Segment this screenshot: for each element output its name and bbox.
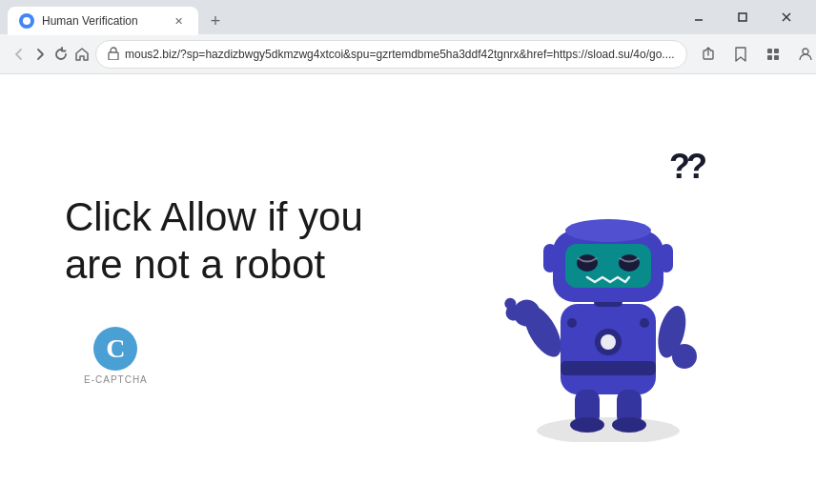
svg-point-13: [537, 417, 680, 442]
svg-rect-1: [739, 13, 746, 21]
svg-point-24: [567, 318, 577, 328]
tab-title: Human Verification: [42, 14, 162, 28]
home-button[interactable]: [74, 39, 90, 70]
svg-point-9: [803, 49, 808, 54]
svg-point-19: [672, 344, 697, 369]
reload-button[interactable]: [53, 39, 69, 70]
svg-point-37: [570, 417, 604, 433]
captcha-brand: E-CAPTCHA: [84, 374, 148, 385]
captcha-logo: E-CAPTCHA: [84, 327, 148, 385]
toolbar-actions: [693, 39, 816, 70]
svg-point-30: [577, 254, 598, 272]
bookmark-button[interactable]: [725, 39, 756, 70]
svg-rect-7: [767, 55, 772, 60]
svg-rect-4: [109, 52, 118, 60]
robot-illustration: ??: [494, 137, 723, 442]
toolbar: mous2.biz/?sp=hazdizbwgy5dkmzwg4xtcoi&sp…: [0, 34, 816, 74]
svg-rect-21: [561, 361, 656, 375]
tab-close-button[interactable]: ✕: [170, 12, 187, 30]
new-tab-button[interactable]: +: [202, 8, 229, 34]
robot-section: ??: [427, 74, 789, 504]
svg-rect-8: [774, 55, 779, 60]
page-content: Click Allow if you are not a robot E-CAP…: [0, 74, 816, 504]
profile-button[interactable]: [790, 39, 816, 70]
content-inner: Click Allow if you are not a robot E-CAP…: [0, 74, 816, 504]
svg-rect-5: [767, 49, 772, 53]
title-bar: Human Verification ✕ +: [0, 0, 816, 34]
svg-point-34: [565, 219, 651, 242]
tab-bar: Human Verification ✕ +: [8, 0, 669, 34]
back-button[interactable]: [11, 39, 27, 70]
address-bar[interactable]: mous2.biz/?sp=hazdizbwgy5dkmzwg4xtcoi&sp…: [95, 40, 687, 69]
active-tab[interactable]: Human Verification ✕: [8, 7, 198, 35]
svg-rect-33: [660, 244, 673, 272]
svg-point-31: [619, 254, 640, 272]
extensions-button[interactable]: [758, 39, 788, 70]
lock-icon: [108, 47, 119, 62]
robot-svg: [503, 166, 713, 442]
main-message: Click Allow if you are not a robot: [65, 193, 389, 290]
captcha-icon: [93, 327, 137, 371]
svg-rect-32: [543, 244, 557, 272]
maximize-button[interactable]: [721, 2, 765, 32]
forward-button[interactable]: [32, 39, 48, 70]
window-controls: [677, 2, 808, 32]
close-button[interactable]: [765, 2, 808, 32]
svg-point-23: [601, 334, 616, 350]
url-text: mous2.biz/?sp=hazdizbwgy5dkmzwg4xtcoi&sp…: [125, 48, 675, 61]
share-button[interactable]: [693, 39, 724, 70]
svg-rect-6: [774, 49, 779, 53]
svg-point-38: [612, 417, 646, 433]
tab-favicon: [19, 13, 34, 29]
chrome-window: Human Verification ✕ +: [0, 0, 816, 504]
svg-point-25: [640, 318, 649, 328]
minimize-button[interactable]: [677, 2, 721, 32]
left-section: Click Allow if you are not a robot E-CAP…: [27, 174, 427, 405]
